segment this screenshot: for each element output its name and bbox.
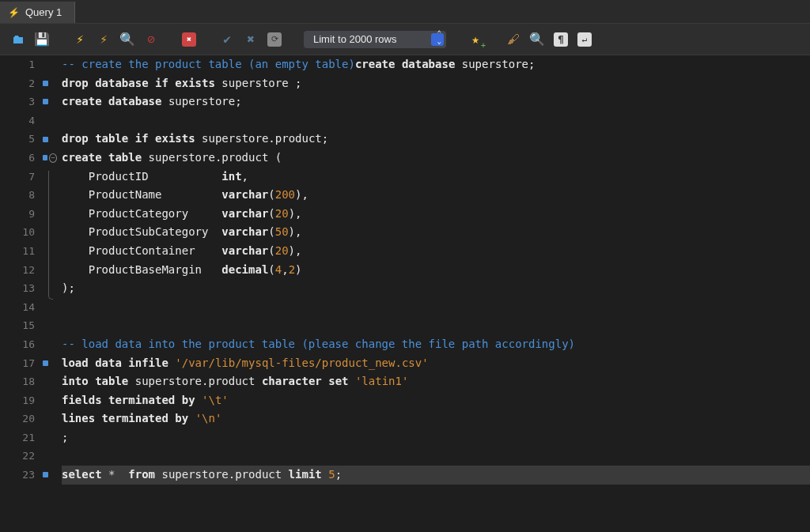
commit-icon[interactable]: ✔ — [218, 31, 236, 48]
beautify-icon[interactable]: 🖌 — [505, 31, 522, 48]
code-line: ProductSubCategory varchar(50), — [62, 223, 810, 242]
code-line — [62, 111, 810, 130]
bolt-icon: ⚡ — [8, 7, 20, 18]
code-line: create database superstore; — [62, 92, 810, 111]
code-line: select * from superstore.product limit 5… — [62, 466, 810, 485]
word-wrap-icon[interactable]: ↵ — [576, 31, 593, 48]
code-line: ProductCategory varchar(20), — [62, 205, 810, 224]
code-line: ProductContainer varchar(20), — [62, 242, 810, 261]
code-line: ; — [62, 428, 810, 447]
statement-marker-icon — [43, 360, 48, 366]
toolbar: 🖿 💾 ⚡ ⚡ 🔍 ⊘ ✖ ✔ ✖ ⟳ Limit to 2000 rows ★… — [0, 24, 810, 55]
code-line: ProductID int, — [62, 168, 810, 187]
line-number-gutter: 1 2 3 4 5 6 7 8 9 10 11 12 13 14 15 16 1… — [0, 55, 41, 532]
code-line: drop database if exists superstore ; — [62, 74, 810, 93]
code-line — [62, 447, 810, 466]
rollback-icon[interactable]: ✖ — [242, 31, 259, 48]
code-line: drop table if exists superstore.product; — [62, 130, 810, 149]
statement-marker-icon — [43, 81, 48, 86]
code-editor[interactable]: 1 2 3 4 5 6 7 8 9 10 11 12 13 14 15 16 1… — [0, 55, 810, 532]
explain-icon[interactable]: 🔍 — [119, 31, 136, 48]
code-line: load data infile '/var/lib/mysql-files/p… — [62, 354, 810, 373]
execute-current-icon[interactable]: ⚡ — [95, 31, 112, 48]
marker-gutter: − — [41, 55, 57, 532]
favorite-icon[interactable]: ★ — [467, 31, 484, 48]
code-line: into table superstore.product character … — [62, 372, 810, 391]
code-area[interactable]: -- create the product table (an empty ta… — [57, 55, 810, 532]
code-line: ProductName varchar(200), — [62, 186, 810, 205]
fold-toggle-icon[interactable]: − — [49, 153, 57, 163]
code-line: lines terminated by '\n' — [62, 409, 810, 428]
toggle-whitespace-icon[interactable]: ⟳ — [266, 31, 283, 48]
toggle-autocommit-icon[interactable]: ✖ — [180, 31, 198, 48]
code-line — [62, 316, 810, 335]
code-line: fields terminated by '\t' — [62, 391, 810, 410]
statement-marker-icon — [43, 137, 48, 142]
code-line: -- create the product table (an empty ta… — [62, 55, 810, 74]
execute-icon[interactable]: ⚡ — [71, 31, 89, 48]
statement-marker-icon — [43, 99, 48, 104]
stop-icon[interactable]: ⊘ — [142, 31, 160, 48]
save-icon[interactable]: 💾 — [33, 31, 51, 48]
row-limit-select[interactable]: Limit to 2000 rows — [304, 31, 446, 48]
code-line: create table superstore.product ( — [62, 149, 810, 168]
statement-marker-icon — [43, 155, 47, 160]
invisible-chars-icon[interactable]: ¶ — [552, 31, 570, 48]
open-file-icon[interactable]: 🖿 — [9, 31, 27, 48]
statement-marker-icon — [43, 472, 48, 477]
limit-select-wrap: Limit to 2000 rows — [304, 31, 446, 48]
code-line — [62, 298, 810, 317]
fold-guide — [48, 171, 49, 296]
code-line: ); — [62, 279, 810, 298]
code-line: -- load data into the product table (ple… — [62, 335, 810, 354]
tab-bar: ⚡ Query 1 — [0, 2, 810, 24]
code-line: ProductBaseMargin decimal(4,2) — [62, 261, 810, 280]
tab-query1[interactable]: ⚡ Query 1 — [0, 2, 75, 23]
find-icon[interactable]: 🔍 — [528, 31, 546, 48]
tab-label: Query 1 — [25, 6, 62, 18]
